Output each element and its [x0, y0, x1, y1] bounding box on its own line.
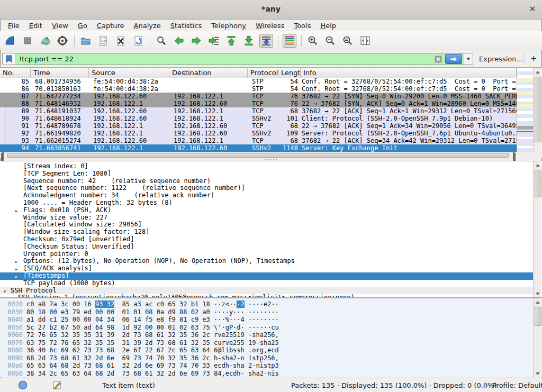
expert-info-icon[interactable]: [17, 380, 28, 390]
hex-ascii[interactable]: ··z<···2 ····e2··: [214, 300, 279, 308]
column-header-destination[interactable]: Destination: [169, 68, 248, 78]
hex-bytes[interactable]: 38 34 2c 65 63 64 68 2d 73 68 61 32 2d 6…: [26, 370, 214, 378]
menu-item-telephony[interactable]: Telephony: [206, 21, 251, 31]
column-header-source[interactable]: Source: [89, 68, 169, 78]
hex-bytes[interactable]: 63 75 72 76 65 32 35 35 31 39 2d 73 68 6…: [26, 339, 214, 347]
details-line[interactable]: [Next sequence number: 1122 (relative se…: [0, 185, 533, 192]
hex-row-0090[interactable]: 009068 2d 73 68 61 32 2d 6e 69 73 74 70 …: [0, 354, 533, 362]
collapse-icon[interactable]: ▾: [3, 288, 6, 295]
column-header-no[interactable]: No.: [0, 68, 31, 78]
hex-bytes[interactable]: 80 18 00 e3 79 ed 00 00 01 01 08 0a d9 8…: [26, 308, 214, 316]
details-line[interactable]: ▾SSH Protocol: [0, 287, 533, 295]
menu-item-edit[interactable]: Edit: [24, 21, 47, 31]
details-line[interactable]: [Window size scaling factor: 128]: [0, 229, 533, 236]
packet-list-minimap[interactable]: [517, 68, 534, 152]
hex-row-0040[interactable]: 0040a1 dd c1 25 00 00 04 34 06 14 f5 e8 …: [0, 316, 533, 324]
hex-row-0060[interactable]: 006072 76 65 32 35 35 31 39 2d 73 68 61 …: [0, 331, 533, 339]
details-line[interactable]: Window size value: 227: [0, 214, 533, 222]
details-line[interactable]: Sequence number: 42 (relative sequence n…: [0, 178, 533, 185]
packet-row-85[interactable]: 8568.001734936fe:54:00:d4:38:2aSTP54Conf…: [0, 78, 517, 85]
hex-row-0030[interactable]: 003080 18 00 e3 79 ed 00 00 01 01 08 0a …: [0, 308, 533, 316]
hex-ascii[interactable]: 84,ecdh- sha2-nis: [214, 370, 279, 378]
column-header-protocol[interactable]: Protocol: [248, 68, 278, 78]
zoom-out-icon[interactable]: [323, 34, 337, 48]
display-filter-input[interactable]: !tcp.port == 22: [16, 55, 433, 63]
details-scrollbar[interactable]: [533, 161, 541, 297]
scroll-up-icon[interactable]: [534, 298, 542, 306]
go-back-icon[interactable]: [172, 34, 186, 48]
scrollbar-thumb[interactable]: [535, 77, 541, 142]
hex-ascii[interactable]: ···%···4 ········: [214, 316, 279, 324]
details-line[interactable]: Checksum: 0x79ed [unverified]: [0, 236, 533, 243]
menu-item-statistics[interactable]: Statistics: [166, 21, 206, 31]
hex-ascii[interactable]: \'·gP·d· ······cu: [214, 324, 279, 332]
scrollbar-thumb[interactable]: [535, 170, 541, 197]
close-file-icon[interactable]: [114, 34, 128, 48]
display-filter-field[interactable]: !tcp.port == 22: [2, 53, 473, 65]
menu-item-go[interactable]: Go: [73, 21, 92, 31]
column-header-length[interactable]: Length: [278, 68, 301, 78]
title-bar[interactable]: *any ✕: [0, 0, 542, 20]
expand-icon[interactable]: ▸: [15, 273, 18, 280]
scrollbar-thumb[interactable]: [535, 307, 541, 326]
stop-capture-icon[interactable]: [21, 34, 34, 48]
menu-item-wireless[interactable]: Wireless: [251, 21, 289, 31]
filter-bookmark-icon[interactable]: [3, 53, 16, 65]
capture-options-icon[interactable]: [56, 34, 69, 48]
hex-ascii[interactable]: 6@libssh .org,ecd: [214, 347, 279, 354]
hex-bytes[interactable]: 72 76 65 32 35 35 31 39 2d 73 68 61 32 3…: [26, 331, 214, 339]
packet-row-94[interactable]: 9471.663856741192.168.122.1192.168.122.6…: [0, 144, 517, 152]
hex-ascii[interactable]: curve255 19-sha25: [214, 339, 279, 347]
hscrollbar-thumb[interactable]: [7, 153, 509, 158]
packet-row-92[interactable]: 9271.661949820192.168.122.1192.168.122.6…: [0, 130, 517, 137]
hex-row-0070[interactable]: 007063 75 72 76 65 32 35 35 31 39 2d 73 …: [0, 339, 533, 347]
zoom-reset-icon[interactable]: [341, 34, 355, 48]
save-file-icon[interactable]: 010101100011: [96, 34, 110, 48]
expand-icon[interactable]: ▸: [15, 266, 18, 272]
go-first-icon[interactable]: [224, 34, 238, 48]
details-line[interactable]: [TCP Segment Len: 1080]: [0, 170, 533, 178]
hex-scrollbar[interactable]: [533, 298, 541, 377]
find-packet-icon[interactable]: [155, 34, 168, 48]
packet-row-88[interactable]: 8871.648146932192.168.122.1192.168.122.6…: [0, 100, 517, 107]
resize-columns-icon[interactable]: [358, 34, 372, 48]
details-line[interactable]: ▸SSH Version 2 (encryption:chacha20-poly…: [0, 294, 533, 298]
menu-item-tools[interactable]: Tools: [289, 21, 315, 31]
packet-row-91[interactable]: 9171.648789678192.168.122.1192.168.122.6…: [0, 122, 517, 130]
reload-file-icon[interactable]: [131, 34, 145, 48]
hex-row-00b0[interactable]: 00b038 34 2c 65 63 64 68 2d 73 68 61 32 …: [0, 370, 533, 378]
add-filter-button[interactable]: +: [530, 54, 537, 63]
details-line[interactable]: [Checksum Status: Unverified]: [0, 243, 533, 251]
filter-apply-icon[interactable]: [445, 54, 462, 64]
hex-row-0050[interactable]: 00505c 27 b2 67 50 ad 64 98 1d 92 00 00 …: [0, 324, 533, 332]
details-line[interactable]: ▸[Timestamps]: [0, 272, 533, 280]
scroll-up-icon[interactable]: [534, 161, 542, 169]
details-line[interactable]: Acknowledgment number: 34 (relative ack …: [0, 192, 533, 199]
column-header-time[interactable]: Time: [31, 68, 89, 78]
packet-row-86[interactable]: 8670.013850163fe:54:00:d4:38:2aSTP54Conf…: [0, 85, 517, 93]
details-line[interactable]: TCP payload (1080 bytes): [0, 280, 533, 287]
colorize-packets-icon[interactable]: [283, 34, 296, 48]
menu-item-view[interactable]: View: [47, 21, 73, 31]
details-line[interactable]: [Calculated window size: 29056]: [0, 221, 533, 229]
details-line[interactable]: ▸Flags: 0x018 (PSH, ACK): [0, 207, 533, 214]
go-last-icon[interactable]: [242, 34, 256, 48]
packet-row-93[interactable]: 9371.662015274192.168.122.60192.168.122.…: [0, 137, 517, 144]
filter-dropdown-icon[interactable]: [464, 53, 473, 65]
expand-icon[interactable]: ▸: [15, 207, 18, 214]
menu-item-capture[interactable]: Capture: [92, 21, 129, 31]
packet-list-scrollbar[interactable]: [533, 68, 541, 158]
close-window-icon[interactable]: ✕: [529, 4, 536, 14]
expression-button[interactable]: Expression…: [479, 55, 523, 63]
column-header-info[interactable]: Info: [301, 68, 517, 78]
capture-comment-icon[interactable]: [52, 380, 63, 390]
restart-capture-icon[interactable]: [38, 34, 52, 48]
hex-ascii[interactable]: ecdh-sha 2-nistp3: [214, 362, 279, 370]
open-file-icon[interactable]: [79, 34, 93, 48]
packet-row-90[interactable]: 9071.648618924192.168.122.60192.168.122.…: [0, 115, 517, 122]
hex-bytes[interactable]: 5c 27 b2 67 50 ad 64 98 1d 92 00 00 01 0…: [26, 324, 214, 332]
menu-item-analyze[interactable]: Analyze: [129, 21, 166, 31]
go-forward-icon[interactable]: [189, 34, 203, 48]
scroll-down-icon[interactable]: [534, 290, 542, 297]
hex-bytes[interactable]: 65 63 64 68 2d 73 68 61 32 2d 6e 69 73 7…: [26, 362, 214, 370]
